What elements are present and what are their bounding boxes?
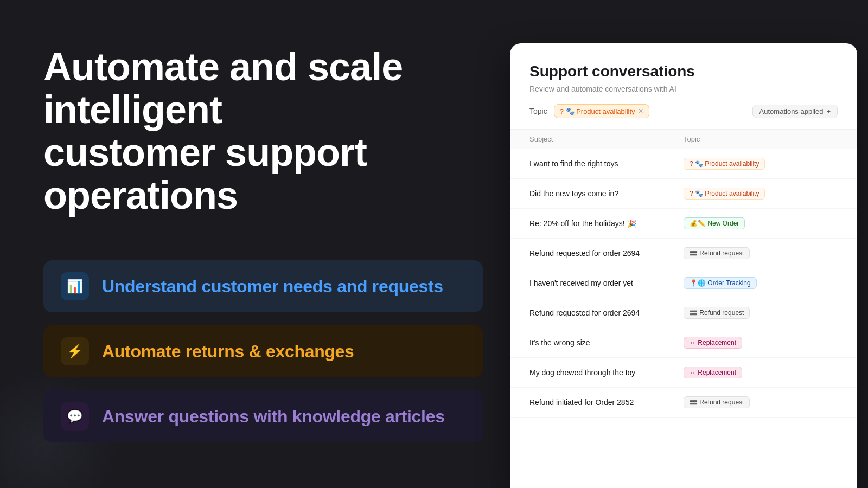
- table-row[interactable]: It's the wrong size ↔️ Replacement: [510, 328, 857, 358]
- subject-cell: Refund requested for order 2694: [529, 309, 684, 317]
- topic-badge: ↔️ Replacement: [684, 367, 742, 378]
- subject-cell: It's the wrong size: [529, 338, 684, 347]
- topic-filter-tag[interactable]: ? 🐾 Product availability ×: [554, 104, 649, 118]
- topic-badge: 💰✏️ New Order: [684, 217, 745, 229]
- feature-list: 📊 Understand customer needs and requests…: [43, 260, 483, 442]
- subject-cell: Did the new toys come in?: [529, 189, 684, 198]
- topic-badge: ? 🐾 Product availability: [684, 158, 765, 170]
- chart-icon: 📊: [61, 272, 89, 300]
- table-rows: I want to find the right toys ? 🐾 Produc…: [510, 149, 857, 418]
- feature-item-automate[interactable]: ⚡ Automate returns & exchanges: [43, 325, 483, 377]
- conversations-table: Subject Topic I want to find the right t…: [510, 130, 857, 487]
- table-header: Subject Topic: [510, 130, 857, 149]
- subject-col-header: Subject: [529, 135, 684, 143]
- table-row[interactable]: Re: 20% off for the holidays! 🎉 💰✏️ New …: [510, 209, 857, 239]
- topic-badge: ↔️ Replacement: [684, 337, 742, 349]
- card-title: Support conversations: [529, 63, 838, 80]
- subject-cell: Refund initiated for Order 2852: [529, 398, 684, 407]
- feature-label-answer: Answer questions with knowledge articles: [102, 407, 445, 427]
- topic-badge: 🟰 Refund request: [684, 396, 750, 408]
- table-row[interactable]: Refund requested for order 2694 🟰 Refund…: [510, 239, 857, 268]
- table-row[interactable]: My dog chewed through the toy ↔️ Replace…: [510, 358, 857, 388]
- support-card: Support conversations Review and automat…: [510, 43, 857, 488]
- card-header: Support conversations Review and automat…: [510, 43, 857, 130]
- filter-tag-close[interactable]: ×: [639, 107, 643, 115]
- table-row[interactable]: Refund requested for order 2694 🟰 Refund…: [510, 298, 857, 328]
- table-row[interactable]: Did the new toys come in? ? 🐾 Product av…: [510, 179, 857, 209]
- subject-cell: Refund requested for order 2694: [529, 249, 684, 258]
- table-row[interactable]: I want to find the right toys ? 🐾 Produc…: [510, 149, 857, 179]
- filter-row: Topic ? 🐾 Product availability × Automat…: [529, 104, 838, 118]
- table-row[interactable]: Refund initiated for Order 2852 🟰 Refund…: [510, 388, 857, 418]
- lightning-icon: ⚡: [61, 337, 89, 365]
- card-subtitle: Review and automate conversations with A…: [529, 85, 838, 93]
- subject-cell: Re: 20% off for the holidays! 🎉: [529, 219, 684, 228]
- feature-label-understand: Understand customer needs and requests: [102, 277, 443, 297]
- topic-badge: ? 🐾 Product availability: [684, 188, 765, 200]
- feature-item-understand[interactable]: 📊 Understand customer needs and requests: [43, 260, 483, 312]
- subject-cell: I want to find the right toys: [529, 159, 684, 168]
- feature-label-automate: Automate returns & exchanges: [102, 342, 354, 362]
- topic-badge: 🟰 Refund request: [684, 247, 750, 259]
- subject-cell: I haven't received my order yet: [529, 279, 684, 287]
- feature-item-answer[interactable]: 💬 Answer questions with knowledge articl…: [43, 390, 483, 442]
- topic-badge: 🟰 Refund request: [684, 307, 750, 319]
- hero-title: Automate and scale intelligent customer …: [43, 46, 483, 217]
- topic-col-header: Topic: [684, 135, 838, 143]
- left-panel: Automate and scale intelligent customer …: [0, 0, 526, 488]
- filter-label: Topic: [529, 107, 547, 115]
- topic-badge: 📍🌐 Order Tracking: [684, 277, 757, 289]
- table-row[interactable]: I haven't received my order yet 📍🌐 Order…: [510, 268, 857, 298]
- subject-cell: My dog chewed through the toy: [529, 368, 684, 377]
- right-panel: Support conversations Review and automat…: [499, 0, 868, 488]
- automations-button[interactable]: Automations applied +: [752, 105, 838, 118]
- chat-icon: 💬: [61, 402, 89, 431]
